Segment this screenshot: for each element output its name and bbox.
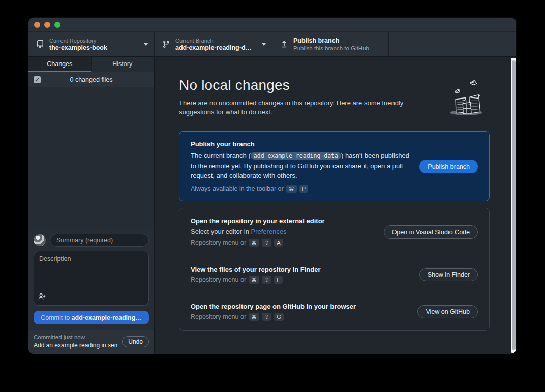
current-branch-label: Current Branch: [175, 37, 258, 44]
user-avatar: [34, 234, 46, 246]
suggestion-title: View the files of your repository in Fin…: [191, 266, 409, 273]
cmd-key: ⌘: [249, 313, 259, 321]
changed-files-row: ✓ 0 changed files: [28, 72, 154, 87]
changed-files-list: [28, 87, 154, 229]
suggestion-shortcut: Repository menu or ⌘ ⇧ A: [191, 239, 374, 247]
tab-history-label: History: [112, 60, 132, 68]
suggestion-view-on-github: Open the repository page on GitHub in yo…: [179, 293, 489, 330]
shift-key: ⇧: [262, 239, 271, 247]
commit-button[interactable]: Commit to add-example-reading…: [34, 311, 149, 324]
select-all-checkbox[interactable]: ✓: [34, 76, 41, 83]
close-window-button[interactable]: [34, 22, 40, 28]
g-key: G: [274, 313, 284, 321]
last-commit-message: Add an example reading in semi-…: [34, 341, 118, 349]
zoom-window-button[interactable]: [54, 22, 60, 28]
commit-description-input[interactable]: [34, 251, 149, 306]
commit-status-text: Committed just now: [34, 334, 118, 341]
add-coauthor-icon[interactable]: [38, 293, 46, 302]
page-title: No local changes: [179, 77, 443, 93]
publish-branch-toolbar-button[interactable]: Publish branch Publish this branch to Gi…: [272, 32, 389, 56]
toolbar: Current Repository the-examples-book Cur…: [28, 31, 516, 57]
current-repository-label: Current Repository: [49, 37, 140, 44]
f-key: F: [274, 276, 283, 284]
scrollbar-track: [511, 58, 516, 353]
editor-preference-line: Select your editor in Preferences: [191, 227, 374, 235]
changed-files-count: 0 changed files: [41, 76, 142, 83]
chevron-down-icon: [144, 43, 148, 46]
tab-changes[interactable]: Changes: [28, 57, 92, 72]
main-content: No local changes There are no uncommitte…: [155, 57, 516, 354]
open-in-editor-button[interactable]: Open in Visual Studio Code: [384, 225, 478, 239]
cmd-key: ⌘: [249, 276, 259, 284]
current-branch-value: add-example-reading-d…: [175, 44, 258, 52]
suggestion-show-in-finder: View the files of your repository in Fin…: [179, 256, 489, 293]
undo-button[interactable]: Undo: [122, 336, 149, 347]
current-repository-dropdown[interactable]: Current Repository the-examples-book: [28, 32, 155, 56]
current-repository-value: the-examples-book: [49, 44, 140, 52]
commit-button-branch: add-example-reading…: [72, 314, 142, 321]
shift-key: ⇧: [262, 276, 271, 284]
repo-icon: [36, 40, 44, 48]
publish-branch-button[interactable]: Publish branch: [419, 160, 478, 173]
app-window: Current Repository the-examples-book Cur…: [28, 18, 516, 354]
undo-commit-bar: Committed just now Add an example readin…: [28, 330, 154, 354]
cmd-key: ⌘: [249, 239, 259, 247]
sidebar: Changes History ✓ 0 changed files: [28, 57, 155, 354]
branch-name-code: add-example-reading-data: [251, 152, 341, 160]
upload-icon: [280, 40, 288, 48]
no-changes-illustration: [443, 75, 490, 120]
git-branch-icon: [162, 40, 170, 48]
sidebar-tabs: Changes History: [28, 57, 154, 72]
commit-form: Commit to add-example-reading…: [28, 229, 154, 330]
view-on-github-button[interactable]: View on GitHub: [417, 305, 478, 318]
cmd-key: ⌘: [286, 185, 297, 193]
tab-history[interactable]: History: [92, 57, 155, 72]
page-subtitle: There are no uncommitted changes in this…: [179, 99, 439, 117]
commit-summary-input[interactable]: [50, 234, 149, 247]
a-key: A: [274, 239, 283, 247]
shift-key: ⇧: [262, 313, 271, 321]
commit-button-prefix: Commit to: [41, 314, 71, 321]
p-key: P: [299, 185, 308, 193]
publish-card-title: Publish your branch: [191, 140, 409, 148]
suggestion-shortcut: Repository menu or ⌘ ⇧ G: [191, 313, 407, 321]
tab-changes-label: Changes: [47, 60, 72, 68]
publish-card-body: The current branch (add-example-reading-…: [191, 151, 409, 180]
publish-card-shortcut: Always available in the toolbar or ⌘ P: [191, 185, 409, 193]
chevron-down-icon: [262, 43, 266, 46]
suggestion-shortcut: Repository menu or ⌘ ⇧ F: [191, 276, 409, 284]
current-branch-dropdown[interactable]: Current Branch add-example-reading-d…: [155, 32, 272, 56]
publish-branch-card: Publish your branch The current branch (…: [179, 131, 490, 201]
suggestion-title: Open the repository in your external edi…: [191, 217, 374, 225]
scrollbar-thumb[interactable]: [512, 60, 516, 350]
titlebar: [28, 18, 516, 31]
minimize-window-button[interactable]: [44, 22, 50, 28]
suggestion-title: Open the repository page on GitHub in yo…: [191, 303, 407, 310]
toolbar-spacer: [389, 32, 516, 56]
show-in-finder-button[interactable]: Show in Finder: [419, 268, 478, 281]
suggestions-card: Open the repository in your external edi…: [179, 208, 490, 331]
suggestion-external-editor: Open the repository in your external edi…: [179, 208, 489, 256]
preferences-link[interactable]: Preferences: [251, 227, 287, 235]
publish-branch-subtitle: Publish this branch to GitHub: [293, 45, 382, 52]
publish-branch-title: Publish branch: [293, 37, 382, 45]
